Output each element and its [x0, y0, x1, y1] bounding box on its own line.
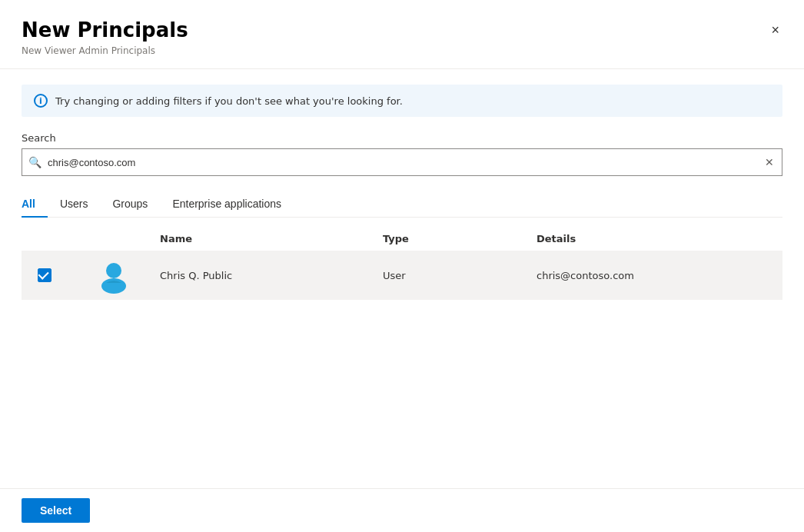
header-type: Type	[383, 233, 537, 244]
close-button[interactable]: ×	[768, 20, 782, 40]
header-name: Name	[160, 233, 383, 244]
new-principals-dialog: New Principals New Viewer Admin Principa…	[0, 0, 804, 532]
header-divider	[0, 68, 804, 69]
row-details: chris@contoso.com	[537, 270, 782, 281]
dialog-subtitle: New Viewer Admin Principals	[22, 45, 188, 56]
info-icon: i	[34, 94, 48, 108]
tab-users[interactable]: Users	[48, 191, 101, 218]
header-avatar	[68, 233, 160, 244]
user-avatar-icon	[95, 257, 132, 294]
header-select	[22, 233, 68, 244]
tab-groups[interactable]: Groups	[100, 191, 160, 218]
row-checkbox-cell	[22, 268, 68, 282]
search-section: Search 🔍 ✕	[22, 132, 782, 176]
search-clear-button[interactable]: ✕	[763, 155, 776, 169]
info-banner-text: Try changing or adding filters if you do…	[55, 95, 403, 107]
table-header: Name Type Details	[22, 227, 782, 251]
row-avatar-cell	[68, 257, 160, 294]
svg-point-1	[106, 263, 121, 278]
results-table: Name Type Details Chris Q. Public U	[22, 227, 782, 300]
tabs-container: All Users Groups Enterprise applications	[22, 191, 782, 218]
tab-enterprise-applications[interactable]: Enterprise applications	[160, 191, 294, 218]
tab-all[interactable]: All	[22, 191, 48, 218]
table-row[interactable]: Chris Q. Public User chris@contoso.com	[22, 251, 782, 300]
row-name: Chris Q. Public	[160, 270, 383, 281]
row-checkbox[interactable]	[38, 268, 51, 282]
info-banner: i Try changing or adding filters if you …	[22, 85, 782, 117]
title-group: New Principals New Viewer Admin Principa…	[22, 18, 188, 56]
dialog-header: New Principals New Viewer Admin Principa…	[22, 18, 782, 56]
search-icon: 🔍	[28, 156, 42, 168]
header-details: Details	[537, 233, 782, 244]
search-label: Search	[22, 132, 782, 144]
dialog-title: New Principals	[22, 18, 188, 42]
dialog-footer: Select	[0, 489, 804, 532]
search-input-wrapper: 🔍 ✕	[22, 148, 782, 176]
row-type: User	[383, 270, 537, 281]
select-button[interactable]: Select	[22, 498, 90, 523]
search-input[interactable]	[48, 157, 763, 168]
